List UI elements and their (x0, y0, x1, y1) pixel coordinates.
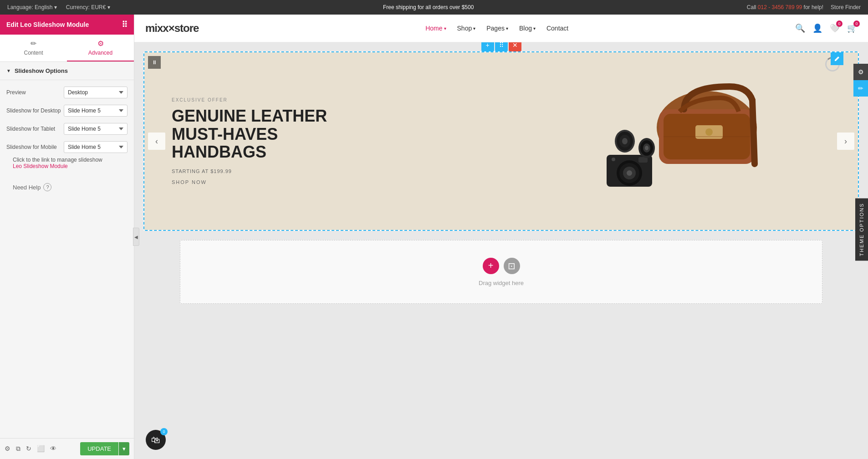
slideshow-edit-button[interactable] (831, 52, 843, 65)
nav-icons: 🔍 👤 🤍 0 🛒 0 (795, 23, 857, 33)
help-icon[interactable]: ? (43, 183, 51, 191)
slide-price: STARTING AT $199.99 (172, 168, 492, 174)
svg-point-12 (612, 158, 615, 161)
cart-float-badge: 0 (160, 428, 168, 435)
top-bar: Language: English ▾ Currency: EUR€ ▾ Fre… (0, 0, 868, 15)
tab-content[interactable]: ✏ Content (0, 35, 67, 61)
slideshow-tablet-option: Slideshow for Tablet Slide Home 5 Slide … (6, 123, 128, 135)
cart-float-button[interactable]: 🛍 0 (146, 430, 166, 450)
drag-hint-text: Drag widget here (479, 280, 524, 286)
store-logo: mixx×store (145, 22, 199, 35)
remove-widget-button[interactable]: ✕ (509, 42, 521, 51)
slideshow-desktop-select[interactable]: Slide Home 5 Slide Home 1 Slide Home 2 S… (64, 105, 128, 117)
slideshow-toolbar: + ⠿ ✕ (481, 42, 521, 51)
svg-point-20 (645, 146, 648, 150)
cart-icon[interactable]: 🛒 0 (847, 23, 857, 33)
tab-advanced-label: Advanced (88, 50, 112, 56)
update-group: UPDATE ▾ (80, 442, 129, 455)
nav-shop[interactable]: Shop ▾ (457, 25, 476, 32)
empty-drop-zone[interactable]: + ⊡ Drag widget here (180, 240, 822, 304)
move-widget-button[interactable]: ⠿ (495, 42, 508, 51)
search-icon[interactable]: 🔍 (795, 23, 805, 33)
manage-text: Click to the link to manage slideshow (13, 157, 102, 163)
chevron-down-icon: ▼ (6, 68, 11, 73)
svg-point-4 (705, 128, 713, 136)
copy-widget-button[interactable]: ⊡ (504, 258, 520, 274)
slideshow-desktop-label: Slideshow for Desktop (6, 107, 61, 114)
main-layout: Edit Leo Slideshow Module ⠿ ✏ Content ⚙ … (0, 15, 868, 459)
gear-icon: ⚙ (97, 39, 104, 48)
store-header: mixx×store Home ▾ Shop ▾ Pages ▾ Blog ▾ … (134, 15, 868, 42)
right-settings-bar: ⚙ ✏ (853, 64, 868, 97)
manage-slideshow: Click to the link to manage slideshow Le… (6, 157, 128, 169)
cart-badge: 0 (853, 20, 860, 27)
sidebar-options: Preview Desktop Tablet Mobile Slideshow … (0, 80, 134, 438)
manage-link[interactable]: Leo Slideshow Module (13, 163, 68, 169)
settings-icon[interactable]: ⚙ (5, 445, 10, 453)
slideshow-inner: ⏸ EXCLUSIVE OFFER GENUINE LEATHER MUST-H… (144, 52, 858, 230)
empty-zone-buttons: + ⊡ (483, 258, 520, 274)
monitor-icon[interactable]: ⬜ (37, 445, 45, 453)
svg-point-16 (622, 138, 628, 144)
eye-icon[interactable]: 👁 (50, 445, 56, 453)
nav-blog[interactable]: Blog ▾ (519, 25, 536, 32)
floating-cart[interactable]: 🛍 0 (146, 430, 166, 450)
sidebar-title: Edit Leo Slideshow Module (6, 21, 89, 28)
tab-advanced[interactable]: ⚙ Advanced (67, 35, 134, 61)
product-illustration (579, 73, 761, 209)
slide-title-line1: GENUINE LEATHER (172, 107, 327, 125)
logo-store: store (174, 22, 199, 34)
grid-icon[interactable]: ⠿ (122, 20, 128, 30)
update-button[interactable]: UPDATE (80, 442, 118, 455)
nav-contact[interactable]: Contact (546, 25, 568, 32)
slide-title-line2: MUST-HAVES (172, 125, 278, 143)
slide-image (511, 73, 831, 209)
sidebar-footer: ⚙ ⧉ ↻ ⬜ 👁 UPDATE ▾ (0, 438, 134, 459)
slide-exclusive: EXCLUSIVE OFFER (172, 97, 492, 102)
svg-point-10 (627, 170, 632, 176)
slide-shop: SHOP NOW (172, 179, 492, 185)
slideshow-widget: + ⠿ ✕ ⏸ EXCLUSIVE OFFER (143, 51, 859, 231)
tab-content-label: Content (24, 50, 43, 56)
sidebar-header: Edit Leo Slideshow Module ⠿ (0, 15, 134, 35)
collapse-sidebar-button[interactable]: ◀ (133, 228, 139, 246)
language-selector[interactable]: Language: English ▾ (7, 4, 57, 10)
preview-select[interactable]: Desktop Tablet Mobile (64, 87, 128, 98)
slideshow-mobile-label: Slideshow for Mobile (6, 144, 61, 150)
page-content: + ⠿ ✕ ⏸ EXCLUSIVE OFFER (134, 42, 868, 459)
refresh-icon[interactable]: ↻ (26, 445, 31, 453)
settings-bar-edit-button[interactable]: ✏ (853, 80, 868, 97)
slideshow-tablet-select[interactable]: Slide Home 5 Slide Home 1 Slide Home 2 S… (64, 123, 128, 135)
slideshow-prev-button[interactable]: ‹ (148, 133, 165, 150)
add-widget-button[interactable]: + (483, 258, 499, 274)
pencil-icon: ✏ (31, 39, 36, 48)
slideshow-mobile-option: Slideshow for Mobile Slide Home 5 Slide … (6, 141, 128, 153)
sidebar-footer-icons: ⚙ ⧉ ↻ ⬜ 👁 (5, 445, 56, 453)
slide-title: GENUINE LEATHER MUST-HAVES HANDBAGS (172, 107, 492, 161)
account-icon[interactable]: 👤 (812, 23, 822, 33)
wishlist-icon[interactable]: 🤍 0 (830, 23, 840, 33)
content-area: mixx×store Home ▾ Shop ▾ Pages ▾ Blog ▾ … (134, 15, 868, 459)
nav-home[interactable]: Home ▾ (425, 25, 446, 32)
currency-selector[interactable]: Currency: EUR€ ▾ (66, 4, 110, 10)
top-bar-right: Call 012 - 3456 789 99 for help! Store F… (747, 4, 861, 10)
store-finder-link[interactable]: Store Finder (831, 4, 861, 10)
slideshow-next-button[interactable]: › (837, 133, 854, 150)
layers-icon[interactable]: ⧉ (16, 445, 20, 453)
update-arrow-button[interactable]: ▾ (119, 442, 129, 455)
slideshow-desktop-option: Slideshow for Desktop Slide Home 5 Slide… (6, 105, 128, 117)
nav-pages[interactable]: Pages ▾ (486, 25, 508, 32)
slideshow-mobile-select[interactable]: Slide Home 5 Slide Home 1 Slide Home 2 S… (64, 141, 128, 153)
slide-title-line3: HANDBAGS (172, 143, 266, 161)
theme-options-tab[interactable]: THEME OPTIONS (855, 198, 868, 260)
sidebar-tabs: ✏ Content ⚙ Advanced (0, 35, 134, 62)
logo-text: mixx (145, 22, 168, 34)
store-nav: mixx×store Home ▾ Shop ▾ Pages ▾ Blog ▾ … (134, 15, 868, 42)
settings-bar-gear-button[interactable]: ⚙ (853, 64, 868, 80)
slide-text: EXCLUSIVE OFFER GENUINE LEATHER MUST-HAV… (172, 97, 492, 185)
slideshow-tablet-label: Slideshow for Tablet (6, 126, 61, 132)
wishlist-badge: 0 (836, 20, 842, 27)
add-widget-toolbar-button[interactable]: + (481, 42, 494, 51)
promo-text: Free shipping for all orders over $500 (383, 4, 474, 10)
slideshow-pause-button[interactable]: ⏸ (148, 56, 161, 69)
